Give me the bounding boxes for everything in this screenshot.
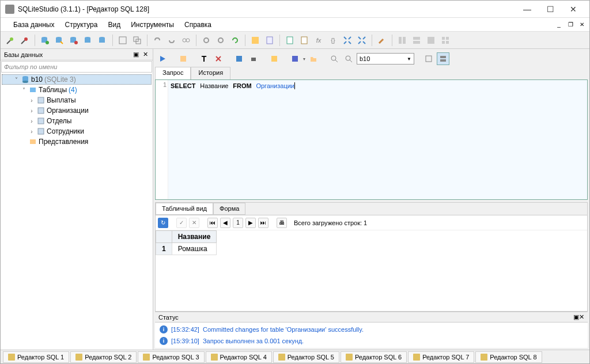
tree-views-node[interactable]: Представления <box>2 136 152 147</box>
zoom-out-button[interactable] <box>342 52 355 65</box>
wrench-icon[interactable] <box>376 34 388 47</box>
panel-close-icon[interactable]: ✕ <box>141 51 149 58</box>
split-window-button[interactable] <box>437 52 449 65</box>
panel-float-icon[interactable]: ▣ <box>573 313 579 321</box>
panel-float-icon[interactable]: ▣ <box>132 51 140 58</box>
tree-table-item[interactable]: › Организации <box>2 105 152 116</box>
db-edit-icon[interactable] <box>53 34 66 47</box>
mdi-minimize-button[interactable]: _ <box>554 20 564 29</box>
page-number[interactable]: 1 <box>233 218 243 228</box>
gear-icon[interactable] <box>200 34 213 47</box>
prev-page-button[interactable]: ◀ <box>220 218 230 228</box>
last-page-button[interactable]: ⏭ <box>258 218 268 228</box>
minimize-button[interactable]: — <box>516 1 539 17</box>
sql-doc-icon <box>346 354 353 361</box>
script-icon[interactable] <box>283 34 296 47</box>
layout1-icon[interactable] <box>396 34 409 47</box>
disconnect-icon[interactable] <box>18 34 31 47</box>
db-refresh-icon[interactable] <box>82 34 94 47</box>
menu-tools[interactable]: Инструменты <box>126 19 179 31</box>
window-tab[interactable]: Редактор SQL 1 <box>3 351 69 363</box>
expand-icon[interactable]: › <box>28 108 35 114</box>
db-add-icon[interactable] <box>39 34 51 47</box>
expand-icon[interactable]: › <box>28 97 35 104</box>
layout4-icon[interactable] <box>439 34 452 47</box>
collapse-icon[interactable] <box>355 34 368 47</box>
table-row[interactable]: 1 Ромашка <box>156 243 217 255</box>
tree-db-node[interactable]: ˅ b10 (SQLite 3) <box>2 74 152 85</box>
script2-icon[interactable] <box>298 34 311 47</box>
tab-query[interactable]: Запрос <box>155 67 191 79</box>
text-bold-button[interactable]: T <box>198 52 210 65</box>
panel-close-icon[interactable]: ✕ <box>579 313 584 321</box>
collapse-icon[interactable]: ˅ <box>20 87 27 93</box>
window-tab[interactable]: Редактор SQL 4 <box>206 351 272 363</box>
collapse-icon[interactable]: ˅ <box>13 77 20 83</box>
format1-button[interactable] <box>233 52 245 65</box>
window-tab[interactable]: Редактор SQL 3 <box>138 351 204 363</box>
table-icon[interactable] <box>249 34 262 47</box>
window-cascade-icon[interactable] <box>131 34 143 47</box>
grid-rollback-button[interactable]: ✕ <box>189 218 199 228</box>
layout2-icon[interactable] <box>410 34 423 47</box>
menu-database[interactable]: База данных <box>9 19 59 31</box>
expand-icon[interactable] <box>341 34 354 47</box>
expand-icon[interactable]: › <box>28 118 35 124</box>
mdi-restore-button[interactable]: ❐ <box>565 20 576 29</box>
refresh-icon[interactable] <box>229 34 241 47</box>
window-tile-icon[interactable] <box>116 34 129 47</box>
zoom-in-button[interactable] <box>328 52 341 65</box>
braces-icon[interactable]: {} <box>327 34 339 47</box>
tab-tabular[interactable]: Табличный вид <box>156 203 213 215</box>
report-icon[interactable] <box>263 34 276 47</box>
history-button[interactable] <box>268 52 281 65</box>
link2-icon[interactable] <box>165 34 178 47</box>
maximize-button[interactable]: ☐ <box>539 1 562 17</box>
print-button[interactable] <box>247 52 260 65</box>
tab-form[interactable]: Форма <box>213 203 245 215</box>
tab-history[interactable]: История <box>191 67 230 79</box>
sql-text[interactable]: SELECT Название FROM Организации <box>168 80 297 199</box>
db-list-icon[interactable] <box>96 34 109 47</box>
db-remove-icon[interactable] <box>67 34 80 47</box>
db-selector-combo[interactable]: b10 ▼ <box>357 53 414 65</box>
tree-table-item[interactable]: › Выплаты <box>2 95 152 105</box>
grid-refresh-button[interactable]: ↻ <box>158 218 168 228</box>
open-button[interactable] <box>307 52 320 65</box>
gear2-icon[interactable] <box>214 34 227 47</box>
window-tab[interactable]: Редактор SQL 7 <box>408 351 474 363</box>
filter-input[interactable]: Фильтр по имени <box>1 61 152 73</box>
first-page-button[interactable]: ⏮ <box>207 218 218 228</box>
window-tab[interactable]: Редактор SQL 5 <box>273 351 339 363</box>
save-button[interactable] <box>289 52 301 65</box>
execute-button[interactable] <box>156 52 169 65</box>
expand-icon[interactable]: › <box>28 128 35 135</box>
layout3-icon[interactable] <box>425 34 437 47</box>
explain-button[interactable] <box>177 52 190 65</box>
tree-tables-node[interactable]: ˅ Таблицы (4) <box>2 85 152 95</box>
tree-table-item[interactable]: › Отделы <box>2 116 152 126</box>
next-page-button[interactable]: ▶ <box>245 218 256 228</box>
results-grid[interactable]: Название 1 Ромашка <box>156 230 587 311</box>
close-button[interactable]: ✕ <box>562 1 585 17</box>
tree-table-item[interactable]: › Сотрудники <box>2 126 152 136</box>
menu-view[interactable]: Вид <box>103 19 125 31</box>
tab-label: Редактор SQL 1 <box>17 354 64 361</box>
grid-commit-button[interactable]: ✓ <box>176 218 187 228</box>
connect-icon[interactable] <box>4 34 17 47</box>
cell-value[interactable]: Ромашка <box>172 243 217 255</box>
new-window-button[interactable] <box>422 52 435 65</box>
fx-icon[interactable]: fx <box>312 34 325 47</box>
window-tab[interactable]: Редактор SQL 6 <box>341 351 407 363</box>
window-tab[interactable]: Редактор SQL 2 <box>70 351 137 363</box>
sql-editor[interactable]: 1 SELECT Название FROM Организации <box>155 79 588 200</box>
print-results-button[interactable]: 🖶 <box>277 218 287 228</box>
menu-structure[interactable]: Структура <box>60 19 102 31</box>
window-tab[interactable]: Редактор SQL 8 <box>475 351 542 363</box>
clear-button[interactable] <box>212 52 225 65</box>
chain-icon[interactable] <box>180 34 192 47</box>
menu-help[interactable]: Справка <box>180 19 216 31</box>
grid-header[interactable]: Название <box>172 231 217 243</box>
link-icon[interactable] <box>151 34 164 47</box>
mdi-close-button[interactable]: ✕ <box>577 20 587 29</box>
